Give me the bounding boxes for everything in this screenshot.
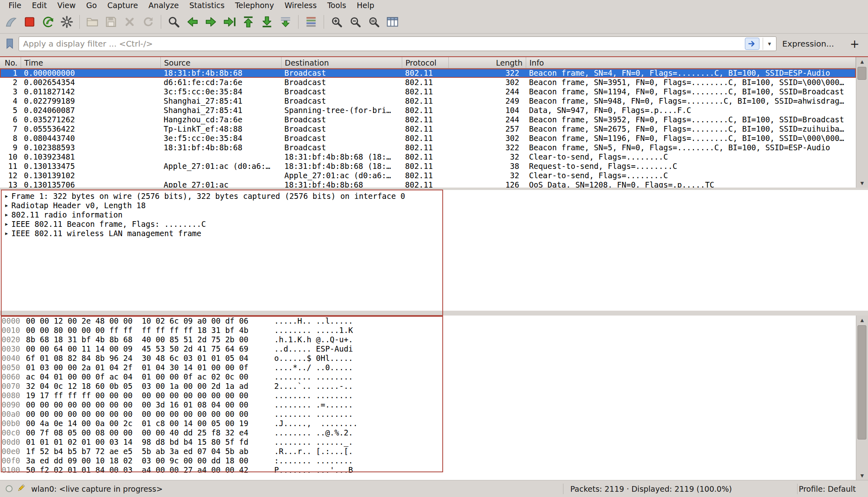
column-header-time[interactable]: Time bbox=[21, 57, 161, 68]
scrollbar-thumb[interactable] bbox=[857, 325, 866, 439]
hex-row[interactable]: 010050 f2 02 01 01 84 00 03 a4 00 00 27 … bbox=[2, 465, 856, 475]
packet-row-4[interactable]: 40.022799189Shanghai_27:85:41Broadcast80… bbox=[0, 96, 856, 106]
menu-analyze[interactable]: Analyze bbox=[143, 1, 184, 10]
column-header-source[interactable]: Source bbox=[161, 57, 282, 68]
menu-help[interactable]: Help bbox=[352, 1, 380, 10]
hex-row[interactable]: 00a000 00 00 00 00 00 00 00 00 00 00 00 … bbox=[2, 410, 856, 419]
auto-scroll-button[interactable] bbox=[276, 13, 295, 31]
packet-row-3[interactable]: 30.0118271423c:f5:cc:0e:35:84Broadcast80… bbox=[0, 87, 856, 96]
expand-arrow-icon[interactable]: ▶ bbox=[2, 192, 11, 201]
packet-list-scrollbar[interactable]: ▲ ▼ bbox=[856, 57, 868, 188]
hex-row[interactable]: 00406f 01 08 82 84 8b 96 24 30 48 6c 03 … bbox=[2, 354, 856, 363]
scrollbar-thumb[interactable] bbox=[857, 67, 866, 80]
go-forward-button[interactable] bbox=[202, 13, 220, 31]
expand-arrow-icon[interactable]: ▶ bbox=[2, 210, 11, 220]
packet-row-12[interactable]: 120.130139102Apple_27:01:ac (d0:a6:…802.… bbox=[0, 171, 856, 180]
detail-line[interactable]: ▶Radiotap Header v0, Length 18 bbox=[2, 201, 868, 210]
packet-row-2[interactable]: 20.002654354d6:61:fe:cd:7a:6eBroadcast80… bbox=[0, 78, 856, 87]
capture-options-button[interactable] bbox=[58, 13, 76, 31]
filter-history-chevron-icon[interactable]: ▾ bbox=[763, 38, 776, 50]
column-header-length[interactable]: Length bbox=[449, 57, 526, 68]
hex-row[interactable]: 003000 00 64 00 11 14 00 09 45 53 50 2d … bbox=[2, 344, 856, 354]
packet-row-1[interactable]: 10.00000000018:31:bf:4b:8b:68Broadcast80… bbox=[0, 68, 856, 78]
hex-row[interactable]: 005001 03 00 00 2a 01 04 2f 01 04 30 14 … bbox=[2, 363, 856, 372]
zoom-in-button[interactable] bbox=[327, 13, 346, 31]
hex-row[interactable]: 00f03a ed dd 09 00 10 18 02 03 00 9c 00 … bbox=[2, 456, 856, 465]
start-capture-button[interactable] bbox=[2, 13, 20, 31]
packet-row-8[interactable]: 80.0804437403e:f5:cc:0e:35:84Broadcast80… bbox=[0, 134, 856, 143]
column-header-info[interactable]: Info bbox=[526, 57, 856, 68]
resize-columns-icon bbox=[386, 15, 399, 29]
detail-line[interactable]: ▶IEEE 802.11 wireless LAN management fra… bbox=[2, 229, 868, 238]
menu-telephony[interactable]: Telephony bbox=[230, 1, 279, 10]
column-header-protocol[interactable]: Protocol bbox=[402, 57, 449, 68]
add-filter-button[interactable]: + bbox=[846, 37, 863, 51]
hex-row[interactable]: 000000 00 12 00 2e 48 00 00 10 02 6c 09 … bbox=[2, 316, 856, 326]
menu-view[interactable]: View bbox=[52, 1, 81, 10]
expand-arrow-icon[interactable]: ▶ bbox=[2, 229, 11, 238]
scroll-down-icon[interactable]: ▼ bbox=[856, 179, 868, 188]
hex-row[interactable]: 0060ac 04 01 00 00 0f ac 04 01 00 00 0f … bbox=[2, 372, 856, 382]
detail-line[interactable]: ▶Frame 1: 322 bytes on wire (2576 bits),… bbox=[2, 192, 868, 201]
hex-row[interactable]: 00c000 7f 08 05 00 08 00 00 00 00 40 dd … bbox=[2, 428, 856, 437]
scroll-down-icon[interactable]: ▼ bbox=[856, 471, 868, 480]
reload-capture-file-button[interactable] bbox=[139, 13, 158, 31]
packet-row-11[interactable]: 110.130133475Apple_27:01:ac (d0:a6:…18:3… bbox=[0, 162, 856, 171]
capture-comment-button[interactable] bbox=[17, 484, 26, 494]
bytes-scrollbar[interactable]: ▲ ▼ bbox=[856, 316, 868, 480]
restart-capture-button[interactable] bbox=[39, 13, 58, 31]
go-to-first-packet-button[interactable] bbox=[239, 13, 258, 31]
hex-row[interactable]: 001000 00 80 00 00 00 ff ff ff ff ff ff … bbox=[2, 326, 856, 335]
go-to-last-packet-button[interactable] bbox=[258, 13, 276, 31]
open-capture-file-button[interactable] bbox=[83, 13, 102, 31]
hex-row[interactable]: 00b000 4a 0e 14 00 0a 00 2c 01 c8 00 14 … bbox=[2, 419, 856, 428]
menu-edit[interactable]: Edit bbox=[27, 1, 52, 10]
packet-row-13[interactable]: 130.130135706Apple_27:01:ac18:31:bf:4b:8… bbox=[0, 180, 856, 188]
packet-row-9[interactable]: 90.10238859318:31:bf:4b:8b:68Broadcast80… bbox=[0, 143, 856, 152]
hex-row[interactable]: 00e01f 52 b4 b5 b7 72 ae e5 5b ab 3a ed … bbox=[2, 447, 856, 456]
menu-statistics[interactable]: Statistics bbox=[184, 1, 230, 10]
scroll-up-icon[interactable]: ▲ bbox=[856, 316, 868, 324]
hex-row[interactable]: 008019 17 ff ff ff 00 00 00 00 00 00 00 … bbox=[2, 391, 856, 400]
stop-capture-button[interactable] bbox=[20, 13, 39, 31]
profile-indicator[interactable]: Profile: Default bbox=[799, 484, 856, 493]
zoom-out-button[interactable] bbox=[346, 13, 365, 31]
menu-tools[interactable]: Tools bbox=[322, 1, 352, 10]
expression-button[interactable]: Expression... bbox=[780, 39, 836, 49]
hex-row[interactable]: 009000 00 00 00 00 00 00 00 00 3d 16 01 … bbox=[2, 400, 856, 410]
packet-protocol: 802.11 bbox=[402, 152, 449, 162]
scrollbar-track[interactable] bbox=[856, 324, 868, 471]
hex-row[interactable]: 007032 04 0c 12 18 60 0b 05 03 00 1a 00 … bbox=[2, 382, 856, 391]
filter-bookmark-button[interactable] bbox=[4, 37, 15, 50]
expand-arrow-icon[interactable]: ▶ bbox=[2, 201, 11, 210]
detail-line[interactable]: ▶802.11 radio information bbox=[2, 210, 868, 220]
colorize-packets-button[interactable] bbox=[302, 13, 320, 31]
packet-row-5[interactable]: 50.024060087Shanghai_27:85:41Spanning-tr… bbox=[0, 106, 856, 115]
scrollbar-track[interactable] bbox=[856, 66, 868, 179]
column-header-no[interactable]: No. bbox=[0, 57, 21, 68]
packet-row-7[interactable]: 70.055536422Tp-LinkT_ef:48:88Broadcast80… bbox=[0, 124, 856, 134]
menu-go[interactable]: Go bbox=[81, 1, 102, 10]
menu-capture[interactable]: Capture bbox=[102, 1, 143, 10]
pane-splitter-bottom[interactable] bbox=[0, 311, 868, 316]
save-capture-file-button[interactable] bbox=[102, 13, 120, 31]
packet-row-10[interactable]: 100.10392348118:31:bf:4b:8b:68 (18:…802.… bbox=[0, 152, 856, 162]
find-packet-button[interactable] bbox=[164, 13, 183, 31]
go-back-button[interactable] bbox=[183, 13, 202, 31]
menu-file[interactable]: File bbox=[3, 1, 27, 10]
close-capture-file-button[interactable] bbox=[120, 13, 139, 31]
capture-status-icon[interactable] bbox=[6, 485, 13, 492]
scroll-up-icon[interactable]: ▲ bbox=[856, 57, 868, 66]
packet-row-6[interactable]: 60.035271262Hangzhou_cd:7a:6eBroadcast80… bbox=[0, 115, 856, 124]
filter-apply-button[interactable] bbox=[745, 38, 759, 50]
hex-row[interactable]: 00d001 01 01 02 01 00 03 14 98 d8 bd b4 … bbox=[2, 437, 856, 447]
hex-row[interactable]: 00208b 68 18 31 bf 4b 8b 68 40 00 85 51 … bbox=[2, 335, 856, 344]
detail-line[interactable]: ▶IEEE 802.11 Beacon frame, Flags: ......… bbox=[2, 220, 868, 229]
display-filter-input[interactable] bbox=[19, 36, 776, 51]
expand-arrow-icon[interactable]: ▶ bbox=[2, 220, 11, 229]
go-to-packet-button[interactable] bbox=[220, 13, 239, 31]
resize-columns-button[interactable] bbox=[383, 13, 402, 31]
zoom-normal-button[interactable] bbox=[365, 13, 383, 31]
menu-wireless[interactable]: Wireless bbox=[279, 1, 322, 10]
column-header-destination[interactable]: Destination bbox=[282, 57, 402, 68]
